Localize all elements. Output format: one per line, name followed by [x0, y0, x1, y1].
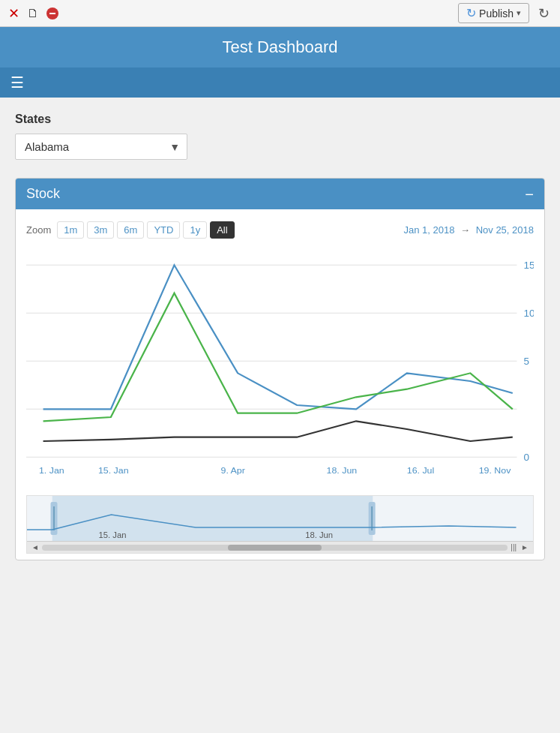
scrollbar[interactable]: ◄ ||| ► [27, 541, 533, 553]
stock-card: Stock − Zoom 1m 3m 6m YTD 1y All Jan 1, … [15, 178, 545, 560]
svg-text:18. Jun: 18. Jun [305, 531, 333, 539]
close-icon[interactable]: ✕ [6, 6, 21, 21]
svg-text:19. Nov: 19. Nov [479, 465, 511, 476]
main-content: States Alabama Alaska Arizona Arkansas C… [0, 98, 560, 575]
toolbar: ✕ 🗋 ↻ Publish ▾ ↻ [0, 0, 560, 27]
svg-text:15. Jan: 15. Jan [99, 531, 127, 539]
svg-text:9. Apr: 9. Apr [221, 465, 245, 476]
svg-text:0: 0 [523, 452, 529, 463]
zoom-1y-button[interactable]: 1y [183, 221, 207, 239]
minimize-button[interactable]: − [525, 187, 534, 202]
stop-icon[interactable] [45, 6, 60, 21]
refresh-button[interactable]: ↻ [534, 4, 554, 23]
date-range: Jan 1, 2018 → Nov 25, 2018 [403, 224, 534, 236]
stock-card-header: Stock − [16, 179, 544, 209]
zoom-3m-button[interactable]: 3m [87, 221, 114, 239]
main-chart: 15 10 5 0 1. Jan 15. Jan 9. Apr 18. Jun [26, 249, 534, 489]
dropdown-arrow-icon: ▾ [517, 8, 521, 18]
sync-icon: ↻ [466, 6, 476, 20]
zoom-1m-button[interactable]: 1m [57, 221, 84, 239]
stock-card-title: Stock [26, 186, 60, 202]
svg-text:1. Jan: 1. Jan [39, 465, 64, 476]
states-select[interactable]: Alabama Alaska Arizona Arkansas Californ… [15, 134, 187, 160]
scroll-left-arrow[interactable]: ◄ [30, 543, 40, 551]
svg-text:15. Jan: 15. Jan [98, 465, 129, 476]
date-separator: → [460, 224, 473, 236]
svg-text:18. Jun: 18. Jun [327, 465, 358, 476]
scroll-right-arrow[interactable]: ► [520, 543, 530, 551]
date-end: Nov 25, 2018 [476, 224, 534, 236]
publish-label: Publish [479, 8, 514, 20]
page-header: Test Dashboard [0, 27, 560, 68]
navigator-wrapper: 15. Jan 18. Jun ◄ ||| ► [26, 495, 534, 554]
nav-bar[interactable]: ☰ [0, 68, 560, 98]
chart-area: Zoom 1m 3m 6m YTD 1y All Jan 1, 2018 → N… [16, 209, 544, 560]
svg-text:16. Jul: 16. Jul [407, 465, 435, 476]
scroll-handle-icon[interactable]: ||| [509, 543, 518, 551]
navigator-chart: 15. Jan 18. Jun [27, 496, 533, 541]
zoom-6m-button[interactable]: 6m [117, 221, 144, 239]
zoom-label: Zoom [26, 224, 51, 236]
svg-text:5: 5 [523, 356, 529, 367]
publish-button[interactable]: ↻ Publish ▾ [458, 3, 529, 23]
scrollbar-thumb[interactable] [228, 545, 321, 551]
page-title: Test Dashboard [222, 38, 337, 56]
states-dropdown-wrapper: Alabama Alaska Arizona Arkansas Californ… [15, 134, 187, 160]
hamburger-icon[interactable]: ☰ [10, 74, 24, 91]
page-icon[interactable]: 🗋 [25, 6, 40, 21]
main-chart-container: 15 10 5 0 1. Jan 15. Jan 9. Apr 18. Jun [26, 249, 534, 492]
scrollbar-track [42, 545, 508, 551]
svg-text:15: 15 [523, 260, 534, 271]
svg-text:10: 10 [523, 308, 534, 319]
date-start: Jan 1, 2018 [403, 224, 454, 236]
zoom-controls: Zoom 1m 3m 6m YTD 1y All Jan 1, 2018 → N… [26, 221, 534, 239]
svg-rect-1 [49, 13, 55, 14]
states-label: States [15, 113, 545, 126]
zoom-ytd-button[interactable]: YTD [147, 221, 180, 239]
zoom-all-button[interactable]: All [210, 221, 234, 239]
